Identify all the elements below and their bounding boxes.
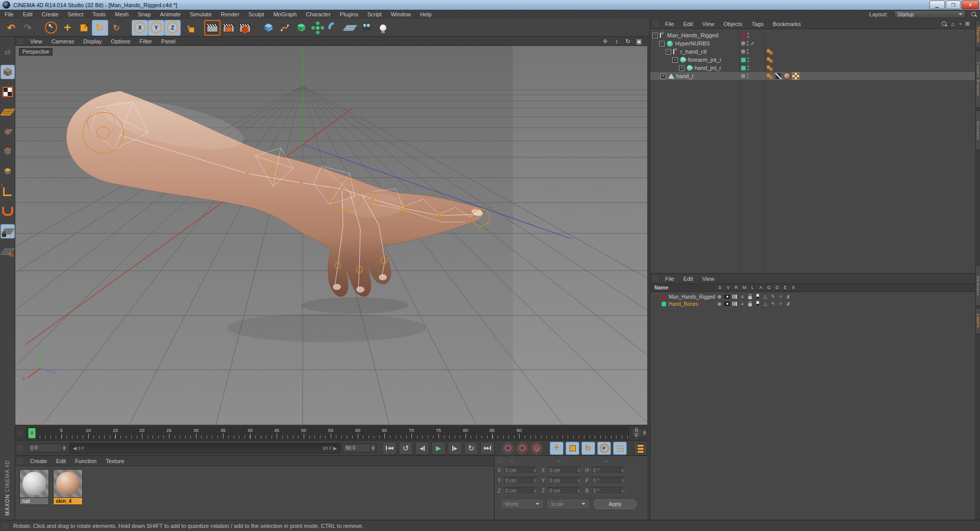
pan-view-icon[interactable]: ✛ [601,38,609,45]
tab-structure[interactable]: Structure [975,110,980,150]
om-menu-objects[interactable]: Objects [719,21,747,27]
redo-button[interactable] [19,20,36,36]
lock-toggle[interactable] [746,301,754,307]
panel-drag-handle[interactable] [17,38,24,44]
apply-button[interactable]: Apply [594,499,636,509]
om-menu-file[interactable]: File [660,21,679,27]
om-search-icon[interactable] [941,21,947,27]
play-sound-button[interactable] [502,442,514,454]
manager-toggle[interactable] [739,301,746,307]
render-toggle[interactable] [731,294,739,300]
enable-dot[interactable] [741,41,745,45]
lm-menu-edit[interactable]: Edit [679,276,698,282]
previous-key-button[interactable] [399,442,413,455]
frame-range-slider[interactable]: ◀ 0 F 90 F ▶ [69,443,340,453]
rot-p-field[interactable]: 0 ° [591,477,625,485]
uvw-tag-icon[interactable] [792,73,799,80]
render-toggle[interactable] [731,301,739,307]
menu-tools[interactable]: Tools [88,11,110,17]
generators-toggle[interactable] [762,301,769,307]
last-tool-button[interactable] [108,20,125,36]
panel-drag-handle[interactable] [652,21,659,27]
array-button[interactable] [309,20,326,36]
tree-row-r-hand-ctl[interactable]: r_hand_ctl [650,47,975,56]
key-pla-toggle[interactable] [613,442,627,455]
coordinate-system-button[interactable] [181,20,197,36]
polygons-mode-button[interactable] [1,164,15,179]
menu-simulate[interactable]: Simulate [185,11,216,17]
snap-button[interactable] [1,204,15,219]
live-selection-button[interactable] [43,20,59,36]
om-menu-tags[interactable]: Tags [747,21,768,27]
enable-dot[interactable] [741,50,745,54]
mat-menu-create[interactable]: Create [26,458,52,464]
vp-menu-filter[interactable]: Filter [135,38,156,44]
move-button[interactable] [59,20,76,36]
timeline-ruler[interactable]: 0 0 5 10 15 20 25 30 35 40 45 50 55 60 6… [27,427,629,439]
expand-icon[interactable] [660,74,666,79]
om-menu-view[interactable]: View [698,21,719,27]
next-frame-button[interactable] [448,442,462,455]
scale-button[interactable] [76,20,92,36]
layer-row-man-hands-rigged[interactable]: Man_Hands_Rigged [650,293,975,300]
menu-edit[interactable]: Edit [18,11,37,17]
mat-menu-edit[interactable]: Edit [52,458,70,464]
expressions-toggle[interactable] [777,301,785,307]
viewport-3d-scene[interactable]: Y X Z Perspective [15,46,647,425]
expression-tag-icon[interactable] [767,49,770,53]
menu-window[interactable]: Window [386,11,415,17]
menu-render[interactable]: Render [216,11,244,17]
panel-drag-handle[interactable] [17,458,24,464]
stepper-icon[interactable] [642,429,647,437]
spline-button[interactable] [277,20,293,36]
animation-toggle[interactable] [754,301,762,307]
menu-sculpt[interactable]: Sculpt [244,11,269,17]
playhead[interactable]: 0 [28,428,36,439]
mat-menu-texture[interactable]: Texture [101,458,129,464]
path-eye-icon[interactable]: ◔ [958,21,962,27]
lm-menu-file[interactable]: File [660,276,679,282]
points-mode-button[interactable] [1,125,15,139]
workplane-mode-button[interactable] [1,105,15,119]
tree-row-man-hands-rigged[interactable]: Man_Hands_Rigged [650,31,975,39]
view-toggle[interactable] [723,294,731,300]
key-rotation-toggle[interactable] [581,442,595,455]
panel-drag-handle[interactable] [2,523,9,529]
collapse-icon[interactable] [659,41,665,46]
size-z-field[interactable]: 0 cm [547,487,581,495]
material-tag-icon[interactable] [783,73,791,80]
layout-select[interactable]: Startup [894,10,966,18]
rot-b-field[interactable]: 0 ° [591,487,625,495]
layer-color-chip[interactable] [741,58,746,62]
enabled-check-icon[interactable]: ✓ [750,40,755,47]
layer-color-chip[interactable] [741,33,746,38]
panel-drag-handle[interactable] [17,445,24,451]
om-menu-bookmarks[interactable]: Bookmarks [768,21,805,27]
layer-color-chip[interactable] [662,295,666,299]
ruler-frame-field[interactable]: 0 F [632,428,647,437]
weight-tag-icon[interactable] [775,73,782,80]
rotate-button[interactable] [92,20,108,36]
view-toggle[interactable] [723,301,731,307]
pos-x-field[interactable]: 0 cm [503,467,537,474]
menu-help[interactable]: Help [415,11,436,17]
current-frame-field[interactable]: 0 F [28,444,67,452]
pos-z-field[interactable]: 0 cm [503,487,537,495]
menu-create[interactable]: Create [37,11,63,17]
x-lock-button[interactable]: X [132,20,148,36]
render-settings-button[interactable] [237,20,253,36]
toggle-view-icon[interactable]: ▣ [635,38,643,45]
menu-script[interactable]: Script [363,11,386,17]
zoom-view-icon[interactable]: ↕ [612,38,621,45]
vp-menu-options[interactable]: Options [106,38,135,44]
hypernurbs-button[interactable] [293,20,309,36]
size-y-field[interactable]: 0 cm [547,477,581,485]
menu-select[interactable]: Select [63,11,88,17]
camera-button[interactable] [358,20,375,36]
mat-menu-function[interactable]: Function [70,458,101,464]
bend-button[interactable] [326,20,342,36]
key-scale-toggle[interactable] [566,442,579,455]
stepper-icon[interactable] [370,444,376,452]
y-lock-button[interactable]: Y [148,20,164,36]
end-frame-field[interactable]: 90 F [342,444,376,452]
